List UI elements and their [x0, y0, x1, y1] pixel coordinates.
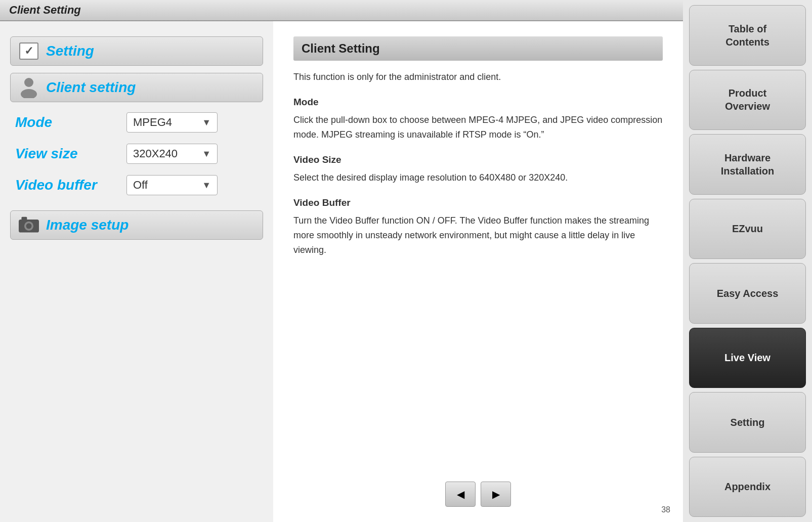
person-icon — [19, 77, 38, 98]
left-panel: Setting Client setting Mode MPEG4 ▼ View… — [0, 21, 273, 522]
content-body: This function is only for the administra… — [293, 70, 663, 257]
page-number: 38 — [661, 505, 670, 514]
sidebar-label-easy-access: Easy Access — [717, 287, 779, 300]
mode-arrow-icon: ▼ — [202, 117, 211, 128]
sidebar-item-ezvuu[interactable]: EZvuu — [689, 199, 806, 259]
client-setting-btn-label: Client setting — [46, 79, 136, 96]
next-button[interactable]: ▶ — [481, 482, 511, 507]
section-mode: Mode Click the pull-down box to choose b… — [293, 95, 663, 142]
video-buffer-row: Video buffer Off ▼ — [15, 175, 263, 195]
sidebar-label-ezvuu: EZvuu — [732, 222, 763, 235]
sidebar-item-easy-access[interactable]: Easy Access — [689, 263, 806, 324]
view-size-arrow-icon: ▼ — [202, 149, 211, 159]
page-title: Client Setting — [9, 4, 81, 17]
sidebar-label-hardware-installation: HardwareInstallation — [721, 151, 775, 178]
sidebar-item-live-view[interactable]: Live View — [689, 328, 806, 388]
sidebar-item-table-of-contents[interactable]: Table ofContents — [689, 5, 806, 66]
view-size-select[interactable]: 320X240 ▼ — [126, 144, 218, 164]
video-buffer-value: Off — [133, 179, 148, 192]
prev-button[interactable]: ◀ — [445, 482, 476, 507]
section-video-buffer-body: Turn the Video Buffer function ON / OFF.… — [293, 213, 663, 257]
svg-rect-3 — [21, 217, 27, 221]
sidebar-item-setting[interactable]: Setting — [689, 392, 806, 453]
sidebar-label-setting: Setting — [731, 416, 765, 429]
svg-point-5 — [26, 223, 32, 229]
video-buffer-arrow-icon: ▼ — [202, 180, 211, 191]
content-intro: This function is only for the administra… — [293, 70, 663, 84]
section-video-buffer-heading: Video Buffer — [293, 195, 663, 210]
video-buffer-select[interactable]: Off ▼ — [126, 175, 218, 195]
middle-panel: Client Setting This function is only for… — [273, 21, 683, 522]
section-video-size-body: Select the desired display image resolut… — [293, 170, 663, 185]
sidebar-label-appendix: Appendix — [724, 480, 771, 493]
right-sidebar: Table ofContents ProductOverview Hardwar… — [683, 0, 812, 522]
section-video-buffer: Video Buffer Turn the Video Buffer funct… — [293, 195, 663, 257]
section-mode-body: Click the pull-down box to choose betwee… — [293, 113, 663, 142]
form-fields: Mode MPEG4 ▼ View size 320X240 ▼ Video b… — [10, 112, 263, 195]
sidebar-label-product-overview: ProductOverview — [725, 86, 770, 113]
section-video-size: Video Size Select the desired display im… — [293, 152, 663, 185]
sidebar-label-live-view: Live View — [724, 351, 771, 364]
image-setup-button[interactable]: Image setup — [10, 210, 263, 240]
sidebar-item-product-overview[interactable]: ProductOverview — [689, 70, 806, 130]
camera-icon-wrapper — [19, 216, 39, 234]
svg-point-0 — [24, 78, 33, 87]
setting-button[interactable]: Setting — [10, 36, 263, 66]
video-buffer-label: Video buffer — [15, 177, 126, 193]
checkbox-icon — [19, 42, 39, 60]
prev-icon: ◀ — [457, 488, 464, 500]
setting-btn-label: Setting — [46, 43, 94, 59]
mode-value: MPEG4 — [133, 116, 172, 129]
person-icon-wrapper — [19, 78, 39, 97]
content-title: Client Setting — [293, 36, 663, 61]
section-video-size-heading: Video Size — [293, 152, 663, 167]
sidebar-item-appendix[interactable]: Appendix — [689, 457, 806, 517]
view-size-label: View size — [15, 146, 126, 162]
mode-select[interactable]: MPEG4 ▼ — [126, 112, 218, 133]
nav-buttons: ◀ ▶ — [273, 482, 683, 507]
mode-row: Mode MPEG4 ▼ — [15, 112, 263, 133]
section-mode-heading: Mode — [293, 95, 663, 110]
page-title-bar: Client Setting — [0, 0, 683, 21]
svg-point-1 — [21, 89, 37, 98]
view-size-row: View size 320X240 ▼ — [15, 144, 263, 164]
sidebar-item-hardware-installation[interactable]: HardwareInstallation — [689, 134, 806, 195]
next-icon: ▶ — [492, 488, 500, 500]
image-setup-btn-label: Image setup — [46, 217, 129, 233]
sidebar-label-table-of-contents: Table ofContents — [725, 22, 770, 49]
mode-label: Mode — [15, 114, 126, 130]
camera-icon — [19, 216, 39, 234]
view-size-value: 320X240 — [133, 147, 178, 160]
client-setting-button[interactable]: Client setting — [10, 73, 263, 102]
